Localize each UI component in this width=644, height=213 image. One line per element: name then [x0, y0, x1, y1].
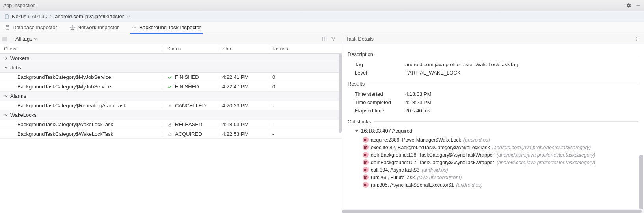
cell-status: ACQUIRED [175, 131, 202, 137]
callstack-header: 16:18:03.407 Acquired [361, 128, 412, 134]
elapsed-label: Elapsed time [355, 108, 405, 114]
graph-view-icon[interactable] [331, 36, 336, 42]
window-title: App Inspection [3, 3, 626, 8]
tab-label: Network Inspector [78, 24, 119, 30]
chevron-down-icon[interactable] [126, 15, 130, 19]
stop-button[interactable] [2, 37, 7, 41]
cell-class: BackgroundTaskCategory$MyJobService [0, 74, 164, 80]
column-status[interactable]: Status [164, 46, 219, 52]
group-label: Jobs [10, 65, 21, 71]
database-icon [5, 25, 10, 30]
table-body: Workers Jobs BackgroundTaskCategory$MyJo… [0, 54, 342, 213]
group-jobs[interactable]: Jobs [0, 63, 342, 73]
cell-status: RELEASED [175, 121, 202, 127]
section-callstacks: Callstacks [348, 119, 371, 125]
tab-background-task-inspector[interactable]: Background Task Inspector [130, 22, 203, 34]
title-bar: App Inspection [0, 0, 644, 11]
panel-title: Task Details [346, 36, 374, 42]
stack-frame[interactable]: macquire:2386, PowerManager$WakeLock(and… [355, 136, 638, 144]
horizontal-scrollbar[interactable] [342, 209, 644, 213]
time-completed-label: Time completed [355, 99, 405, 105]
table-row[interactable]: BackgroundTaskCategory$WakeLockTask RELE… [0, 120, 342, 129]
group-workers[interactable]: Workers [0, 54, 342, 63]
method-badge-icon: m [363, 152, 369, 158]
tab-database-inspector[interactable]: Database Inspector [3, 22, 59, 34]
stack-frame[interactable]: mdoInBackground:107, TaskCategory$AsyncT… [355, 159, 638, 166]
list-icon [132, 25, 137, 30]
table-header: Class Status Start Retries [0, 44, 342, 54]
time-started-label: Time started [355, 91, 405, 97]
cell-class: BackgroundTaskCategory$WakeLockTask [0, 131, 164, 137]
separator [11, 36, 11, 43]
svg-rect-11 [169, 124, 171, 126]
divider [376, 54, 638, 54]
method-badge-icon: m [363, 144, 369, 150]
cell-class: BackgroundTaskCategory$WakeLockTask [0, 121, 164, 127]
globe-icon [70, 25, 75, 30]
unlock-icon [167, 122, 173, 127]
gear-icon[interactable] [626, 3, 631, 8]
time-started-value: 4:18:03 PM [405, 91, 432, 97]
table-view-icon[interactable] [322, 36, 328, 42]
filter-bar: All tags [0, 34, 342, 44]
group-wakelocks[interactable]: WakeLocks [0, 110, 342, 120]
cell-class: BackgroundTaskCategory$RepeatingAlarmTas… [0, 103, 164, 108]
group-label: Workers [10, 55, 29, 61]
stack-frame[interactable]: mrun:266, FutureTask(java.util.concurren… [355, 174, 638, 181]
scrollbar[interactable] [339, 54, 342, 133]
svg-point-3 [6, 25, 9, 26]
divider [368, 84, 638, 84]
column-class[interactable]: Class [0, 46, 164, 52]
cell-start: 4:20:23 PM [219, 103, 269, 108]
time-completed-value: 4:18:23 PM [405, 99, 432, 105]
cell-start: 4:18:03 PM [219, 121, 269, 127]
task-details-panel: Task Details Description Tagandroid.com.… [342, 34, 644, 213]
chevron-right-icon [4, 56, 8, 60]
method-badge-icon: m [363, 174, 369, 180]
column-retries[interactable]: Retries [269, 46, 342, 52]
tab-label: Database Inspector [13, 24, 57, 30]
cell-class: BackgroundTaskCategory$MyJobService [0, 84, 164, 90]
chevron-down-icon [4, 113, 8, 117]
process-name: android.com.java.profilertester [55, 13, 124, 19]
stack-frame[interactable]: mrun:305, AsyncTask$SerialExecutor$1(and… [355, 181, 638, 189]
tag-filter-label: All tags [15, 36, 32, 42]
callstack-entry[interactable]: 16:18:03.407 Acquired [355, 128, 638, 134]
table-row[interactable]: BackgroundTaskCategory$WakeLockTask ACQU… [0, 129, 342, 139]
group-label: Alarms [10, 93, 26, 99]
task-list-panel: All tags Class Status Start Retries [0, 34, 342, 213]
cell-status: FINISHED [175, 84, 199, 90]
level-value: PARTIAL_WAKE_LOCK [405, 70, 461, 76]
svg-rect-12 [169, 134, 171, 136]
stack-frame[interactable]: mexecute:82, BackgroundTaskCategory$Wake… [355, 144, 638, 151]
table-row[interactable]: BackgroundTaskCategory$MyJobService FINI… [0, 73, 342, 82]
method-badge-icon: m [363, 182, 369, 188]
method-badge-icon: m [363, 167, 369, 173]
cell-retries: 0 [269, 84, 342, 90]
tab-bar: Database Inspector Network Inspector Bac… [0, 22, 644, 34]
triangle-down-icon [355, 129, 359, 133]
group-alarms[interactable]: Alarms [0, 92, 342, 101]
cell-start: 4:22:53 PM [219, 131, 269, 137]
stack-frame[interactable]: mdoInBackground:138, TaskCategory$AsyncT… [355, 151, 638, 159]
tag-filter-dropdown[interactable]: All tags [15, 36, 37, 42]
method-badge-icon: m [363, 137, 369, 143]
tag-value: android.com.java.profilertester:WakeLock… [405, 62, 518, 67]
tab-network-inspector[interactable]: Network Inspector [68, 22, 121, 34]
breadcrumb[interactable]: Nexus 9 API 30 > android.com.java.profil… [0, 11, 644, 22]
close-icon[interactable] [635, 37, 640, 41]
cell-retries: 0 [269, 74, 342, 80]
scrollbar[interactable] [639, 155, 643, 209]
column-start[interactable]: Start [219, 46, 269, 52]
stack-frame[interactable]: mcall:394, AsyncTask$3(android.os) [355, 166, 638, 174]
minimize-icon[interactable] [635, 3, 641, 8]
table-row[interactable]: BackgroundTaskCategory$MyJobService FINI… [0, 82, 342, 92]
cell-retries: - [269, 103, 342, 108]
group-label: WakeLocks [10, 112, 37, 118]
table-row[interactable]: BackgroundTaskCategory$RepeatingAlarmTas… [0, 101, 342, 110]
elapsed-value: 20 s 40 ms [405, 108, 430, 114]
close-icon [167, 103, 173, 108]
svg-rect-0 [636, 5, 640, 6]
device-name: Nexus 9 API 30 [12, 13, 47, 19]
check-icon [167, 84, 173, 89]
